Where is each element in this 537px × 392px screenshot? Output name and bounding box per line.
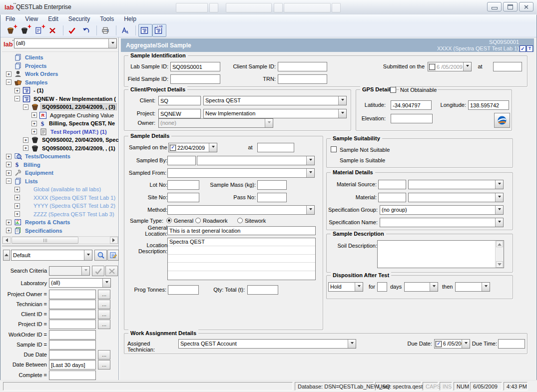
tree-expander[interactable] bbox=[14, 211, 20, 217]
soil-description-textarea[interactable] bbox=[377, 240, 504, 268]
disposition-days-unit-select[interactable] bbox=[404, 282, 438, 292]
field-sample-id-input[interactable] bbox=[170, 74, 220, 84]
tree-item-sample-group[interactable]: - (1) bbox=[2, 86, 118, 95]
tree-item-reports-charts[interactable]: Reports & Charts bbox=[2, 218, 118, 227]
tree-item-equipment[interactable]: Equipment bbox=[2, 169, 118, 177]
menu-help[interactable]: Help bbox=[119, 15, 141, 22]
due-date-browse-button[interactable]: ... bbox=[98, 350, 110, 360]
assigned-technician-select[interactable]: Spectra QEST Account bbox=[178, 339, 356, 349]
pass-no-input[interactable] bbox=[257, 193, 287, 202]
general-location-input[interactable] bbox=[167, 226, 316, 235]
tree-expander[interactable] bbox=[23, 137, 28, 143]
tree-expander[interactable] bbox=[6, 170, 11, 176]
tree-item-tests-documents[interactable]: Tests/Documents bbox=[2, 152, 118, 161]
sampled-by-select[interactable] bbox=[197, 156, 315, 165]
spell-check-button[interactable] bbox=[119, 24, 133, 37]
tree-expander[interactable] bbox=[14, 96, 20, 101]
close-button[interactable] bbox=[519, 2, 534, 11]
add-sample-button[interactable] bbox=[4, 24, 18, 37]
project-owner-browse-button[interactable]: ... bbox=[98, 290, 110, 299]
textarea-scrollbar[interactable] bbox=[495, 241, 504, 268]
technician-browse-button[interactable]: ... bbox=[98, 300, 110, 309]
apply-button[interactable] bbox=[66, 24, 80, 37]
prog-tonnes-input[interactable] bbox=[168, 285, 199, 295]
maximize-button[interactable] bbox=[503, 2, 518, 11]
undo-button[interactable] bbox=[80, 24, 94, 37]
menu-file[interactable]: File bbox=[0, 15, 20, 22]
header-complete-checkbox[interactable] bbox=[520, 45, 526, 52]
tree-item-list-yyyy[interactable]: YYYY (Spectra QEST Test Lab 2) bbox=[2, 202, 118, 210]
google-earth-button[interactable] bbox=[494, 113, 510, 128]
sampled-time-input[interactable] bbox=[257, 143, 294, 152]
tree-item-billing[interactable]: $Billing bbox=[2, 161, 118, 169]
complete-input[interactable] bbox=[49, 371, 96, 380]
tree-expander[interactable] bbox=[6, 71, 11, 77]
material-select[interactable] bbox=[408, 193, 504, 202]
submitted-date-picker[interactable]: 6 /05/2009 bbox=[428, 62, 472, 71]
tree-expander[interactable] bbox=[6, 154, 11, 159]
lot-no-input[interactable] bbox=[167, 180, 199, 190]
project-name-select[interactable]: New Implementation bbox=[203, 109, 347, 118]
menu-view[interactable]: View bbox=[20, 15, 43, 22]
tree-expander[interactable] bbox=[14, 203, 20, 209]
sample-type-sitework-radio[interactable] bbox=[237, 218, 243, 223]
tree-item-samples[interactable]: Samples bbox=[2, 78, 118, 87]
search-criteria-select[interactable] bbox=[49, 266, 90, 276]
client-name-select[interactable]: Spectra QEST bbox=[203, 96, 347, 105]
criteria-clear-button[interactable] bbox=[105, 266, 118, 276]
date-between-browse-button[interactable]: ... bbox=[98, 360, 110, 370]
tree-item-work-orders[interactable]: Work Orders bbox=[2, 70, 118, 78]
project-code-input[interactable] bbox=[158, 109, 201, 118]
lab-tree-view-button[interactable]: LAB bbox=[152, 24, 166, 37]
sampled-by-code-input[interactable] bbox=[167, 156, 196, 165]
scroll-down-button[interactable] bbox=[496, 261, 503, 268]
specification-group-select[interactable]: (no group) bbox=[380, 205, 504, 215]
tree-expander[interactable] bbox=[6, 178, 11, 184]
tree-expander[interactable] bbox=[31, 112, 37, 118]
tree-item-sample-sq09s0003[interactable]: SQ09S0003, 22/04/2009, , (1) bbox=[2, 144, 118, 153]
submitted-time-input[interactable] bbox=[493, 62, 522, 71]
project-id-input[interactable] bbox=[49, 320, 96, 329]
sample-type-roadwork-radio[interactable] bbox=[195, 218, 201, 223]
project-id-browse-button[interactable]: ... bbox=[98, 320, 110, 329]
tree-item-sample-sq09s0002[interactable]: SQ09S0002, 20/04/2009, Spec bbox=[2, 136, 118, 144]
tree-expander[interactable] bbox=[6, 162, 11, 167]
material-code-input[interactable] bbox=[378, 193, 406, 202]
lab-sample-id-input[interactable] bbox=[170, 62, 220, 71]
tree-item-billing-entry[interactable]: $Billing, Spectra QEST, Ne bbox=[2, 119, 118, 128]
tree-item-list-zzzz[interactable]: ZZZZ (Spectra QEST Test Lab 3) bbox=[2, 210, 118, 219]
tree-view-button[interactable] bbox=[138, 24, 152, 37]
sample-id-input[interactable] bbox=[49, 340, 96, 350]
workorder-id-input[interactable] bbox=[49, 330, 96, 340]
tree-item-aggregate-crushing-value[interactable]: RAggregate Crushing Value bbox=[2, 111, 118, 120]
scrollbar-thumb[interactable] bbox=[11, 237, 78, 244]
tree-expander[interactable] bbox=[31, 129, 37, 134]
trn-input[interactable] bbox=[278, 74, 327, 84]
criteria-apply-button[interactable] bbox=[92, 266, 104, 276]
edit-search-button[interactable] bbox=[107, 250, 119, 261]
sampled-date-picker[interactable]: 22/04/2009 bbox=[168, 143, 217, 152]
submitted-date-checkbox[interactable] bbox=[429, 64, 435, 70]
tree-item-specifications[interactable]: Specifications bbox=[2, 227, 118, 235]
tree-item-list-xxxx[interactable]: XXXX (Spectra QEST Test Lab 1) bbox=[2, 194, 118, 202]
tree-item-lists[interactable]: Lists bbox=[2, 177, 118, 186]
due-date-checkbox[interactable] bbox=[436, 341, 442, 347]
due-date-input[interactable] bbox=[49, 350, 96, 360]
due-date-picker[interactable]: 6 /05/2009 bbox=[434, 339, 470, 349]
tree-expander[interactable] bbox=[23, 104, 28, 110]
material-source-select[interactable] bbox=[408, 180, 504, 189]
client-id-browse-button[interactable]: ... bbox=[98, 310, 110, 319]
technician-input[interactable] bbox=[49, 300, 96, 309]
gps-not-obtainable-checkbox[interactable] bbox=[390, 87, 396, 93]
menu-tools[interactable]: Tools bbox=[95, 15, 119, 22]
tree-item-list-global[interactable]: Global (available to all labs) bbox=[2, 185, 118, 194]
sample-mass-input[interactable] bbox=[257, 180, 287, 190]
tree-expander[interactable] bbox=[6, 220, 11, 225]
add-work-order-button[interactable] bbox=[18, 24, 32, 37]
header-t-button[interactable]: T bbox=[527, 45, 533, 52]
lab-filter-select[interactable]: (all) bbox=[14, 38, 117, 48]
sample-type-general-radio[interactable] bbox=[166, 218, 172, 223]
sampled-from-select[interactable] bbox=[167, 168, 315, 178]
qty-total-input[interactable] bbox=[247, 285, 278, 295]
due-time-input[interactable] bbox=[498, 339, 525, 349]
